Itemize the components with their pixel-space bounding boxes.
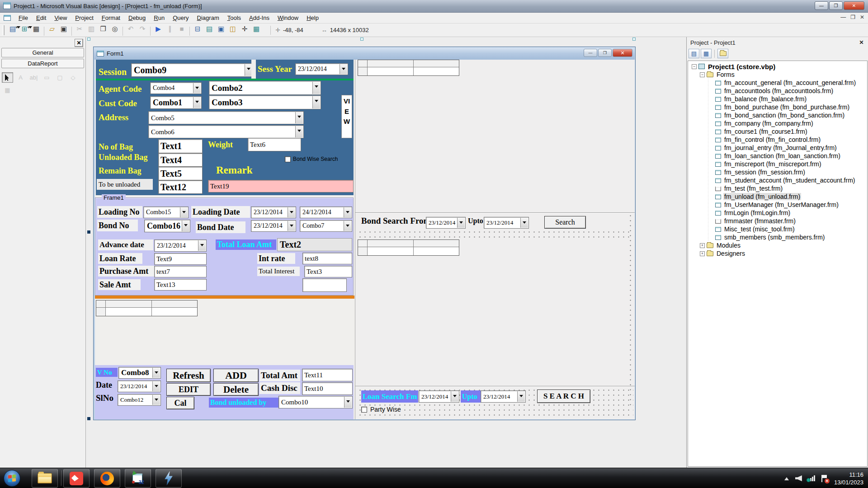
end-icon[interactable]: ■ bbox=[176, 23, 188, 34]
textbox-tool-icon[interactable]: ab| bbox=[28, 72, 39, 83]
selection-handle[interactable] bbox=[87, 417, 90, 420]
bond-search-upto-combo[interactable]: 23/12/2014 bbox=[484, 217, 529, 229]
menu-item[interactable]: View bbox=[50, 13, 71, 23]
menu-item[interactable]: Format bbox=[98, 13, 124, 23]
to-be-unloaded-field[interactable]: Text12 bbox=[158, 180, 203, 194]
properties-window-icon[interactable]: ▤ bbox=[203, 23, 215, 34]
save-project-icon[interactable]: ▣ bbox=[58, 23, 70, 34]
form-layout-icon[interactable]: ▣ bbox=[215, 23, 227, 34]
mdi-restore-button[interactable]: ❐ bbox=[850, 14, 855, 20]
view-code-button[interactable]: ▤ bbox=[689, 49, 699, 58]
start-button[interactable] bbox=[4, 470, 20, 487]
toolbox-tab-general[interactable]: General bbox=[1, 48, 84, 57]
dropdown-arrow-icon[interactable] bbox=[152, 368, 160, 378]
dropdown-arrow-icon[interactable] bbox=[520, 218, 528, 228]
v-no-combo[interactable]: Combo8 bbox=[118, 367, 161, 379]
menu-item[interactable]: Tools bbox=[223, 13, 245, 23]
mdi-close-button[interactable]: ✕ bbox=[860, 14, 864, 20]
tree-item-form[interactable]: frmmaster (fmmaster.frm) bbox=[688, 217, 867, 225]
selection-handle[interactable] bbox=[632, 38, 636, 41]
flexgrid-left[interactable] bbox=[96, 300, 198, 316]
total-interest-field[interactable]: Text3 bbox=[304, 266, 352, 277]
sess-year-combo[interactable]: 23/12/2014 bbox=[295, 63, 348, 75]
tree-item-form[interactable]: fm_bond_sanction (fm_bond_sanction.frm) bbox=[688, 111, 867, 119]
unloaded-bag-field[interactable]: Text4 bbox=[158, 153, 203, 167]
cal-button[interactable]: Cal bbox=[166, 397, 194, 409]
address-combo-1[interactable]: Combo5 bbox=[148, 111, 304, 124]
bond-date-combo[interactable]: 23/12/2014 bbox=[251, 220, 296, 232]
toolbar-icon[interactable] bbox=[70, 26, 74, 37]
taskbar-lightning-button[interactable] bbox=[156, 469, 182, 488]
picture-tool-icon[interactable]: ▦ bbox=[2, 85, 13, 95]
checkbox-icon[interactable] bbox=[285, 156, 291, 162]
party-wise-checkbox[interactable]: Party Wise bbox=[361, 406, 404, 413]
add-project-icon[interactable]: ▤ bbox=[7, 23, 19, 34]
form-minimize-button[interactable]: — bbox=[584, 49, 597, 57]
total-amt-field[interactable]: Text11 bbox=[302, 369, 353, 381]
toolbar-icon[interactable] bbox=[42, 26, 46, 37]
dropdown-arrow-icon[interactable] bbox=[180, 207, 188, 217]
undo-icon[interactable]: ↶ bbox=[125, 23, 137, 34]
tree-item-form[interactable]: fm_loan_sanction (fm_loan_sanction.frm) bbox=[688, 152, 867, 160]
find-icon[interactable]: ◎ bbox=[109, 23, 121, 34]
taskbar-firefox-button[interactable] bbox=[94, 469, 120, 488]
bond-search-from-combo[interactable]: 23/12/2014 bbox=[426, 217, 466, 229]
toolbar-icon[interactable] bbox=[121, 26, 125, 37]
cash-disc-field[interactable]: Text10 bbox=[302, 382, 353, 395]
menu-item[interactable]: Window bbox=[274, 13, 302, 23]
dropdown-arrow-icon[interactable] bbox=[193, 97, 201, 108]
dropdown-arrow-icon[interactable] bbox=[451, 391, 458, 402]
menu-item[interactable]: Edit bbox=[32, 13, 50, 23]
tree-item-form[interactable]: fm_company (fm_company.frm) bbox=[688, 119, 867, 127]
address-combo-2[interactable]: Combo6 bbox=[148, 125, 304, 138]
selection-handle[interactable] bbox=[360, 38, 363, 41]
tree-item-modules-folder[interactable]: + Modules bbox=[688, 241, 867, 249]
selection-handle[interactable] bbox=[87, 38, 90, 41]
dropdown-arrow-icon[interactable] bbox=[295, 112, 303, 123]
menu-item[interactable]: Project bbox=[71, 13, 97, 23]
dropdown-arrow-icon[interactable] bbox=[344, 397, 352, 408]
button-tool-icon[interactable]: ▢ bbox=[54, 72, 66, 83]
tree-item-form[interactable]: fm_course1 (fm_course1.frm) bbox=[688, 127, 867, 136]
expand-icon[interactable]: + bbox=[700, 251, 705, 256]
menu-editor-icon[interactable]: ▦ bbox=[30, 23, 42, 34]
add-form-icon[interactable]: ⊞ bbox=[19, 23, 30, 34]
tree-item-form[interactable]: fm_UserManager (fm_UserManager.frm) bbox=[688, 201, 867, 209]
toolbox-close-icon[interactable]: ✕ bbox=[75, 39, 83, 47]
cust-code-combo[interactable]: Combo1 bbox=[150, 96, 202, 109]
loading-date2-combo[interactable]: 24/12/2014 bbox=[300, 206, 352, 218]
dropdown-arrow-icon[interactable] bbox=[312, 96, 320, 108]
dropdown-arrow-icon[interactable] bbox=[517, 391, 525, 402]
edit-button[interactable]: EDIT bbox=[166, 383, 211, 396]
loading-no-combo[interactable]: Combo15 bbox=[143, 206, 189, 218]
break-icon[interactable]: ∥ bbox=[164, 23, 176, 34]
copy-icon[interactable]: ▥ bbox=[85, 23, 97, 34]
remark-field[interactable]: Text19 bbox=[208, 180, 354, 192]
pointer-tool-icon[interactable] bbox=[2, 72, 13, 83]
total-loan-amt-field[interactable]: Text2 bbox=[277, 238, 352, 251]
tree-item-form[interactable]: smb_members (smb_members.frm) bbox=[688, 233, 867, 241]
taskbar-anydesk-button[interactable] bbox=[63, 469, 90, 488]
menu-item[interactable]: File bbox=[14, 13, 32, 23]
action-center-icon[interactable]: ✕ bbox=[821, 475, 828, 482]
show-hidden-icons-button[interactable] bbox=[784, 475, 789, 480]
refresh-button[interactable]: Refresh bbox=[166, 369, 211, 382]
purchase-amt-field[interactable]: text7 bbox=[154, 266, 207, 277]
minimize-button[interactable]: — bbox=[815, 1, 828, 10]
menu-item[interactable]: Add-Ins bbox=[245, 13, 274, 23]
sale-amt-field[interactable]: Text13 bbox=[154, 279, 207, 291]
date-combo[interactable]: 23/12/2014 bbox=[118, 380, 161, 392]
toolbar-icon[interactable] bbox=[188, 26, 192, 37]
tree-item-form[interactable]: fm_unload (fm_unload.frm) bbox=[688, 192, 867, 201]
dropdown-arrow-icon[interactable] bbox=[340, 64, 347, 74]
toolbar-icon[interactable] bbox=[148, 26, 152, 37]
maximize-button[interactable]: ❐ bbox=[829, 1, 843, 10]
flexgrid-top[interactable] bbox=[358, 60, 459, 76]
tree-item-form[interactable]: frmLogin (frmLogin.frm) bbox=[688, 209, 867, 217]
view-button[interactable]: VIEW bbox=[341, 95, 352, 138]
checkbox-tool-icon[interactable]: ◇ bbox=[67, 72, 79, 83]
menu-item[interactable]: Run bbox=[150, 13, 169, 23]
cut-icon[interactable]: ✂ bbox=[74, 23, 85, 34]
cust-name-combo[interactable]: Combo3 bbox=[209, 95, 321, 109]
tree-item-form[interactable]: Misc_test (misc_tool.frm) bbox=[688, 225, 867, 233]
